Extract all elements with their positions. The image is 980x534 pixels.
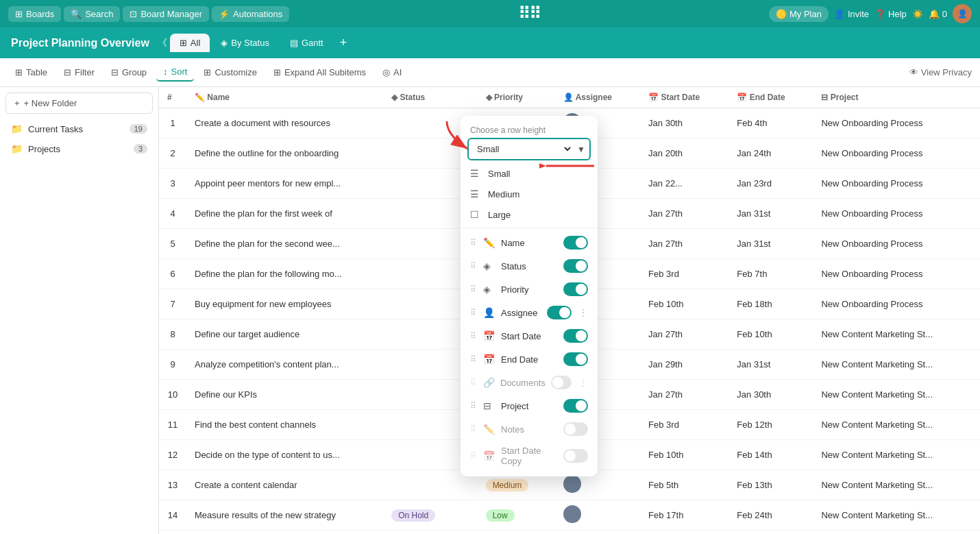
- col-project[interactable]: ⊟ Project: [813, 87, 980, 108]
- folder-icon-projects: 📁: [11, 143, 23, 154]
- row-num: 11: [159, 410, 186, 440]
- row-name: Define our target audience: [186, 319, 383, 350]
- row-end-date: Feb 4th: [728, 108, 813, 138]
- add-tab-button[interactable]: +: [334, 36, 353, 50]
- table-icon: ⊞: [15, 67, 23, 77]
- new-folder-button[interactable]: + + New Folder: [5, 93, 153, 114]
- new-folder-label: + New Folder: [24, 98, 77, 108]
- col-toggle-start-date[interactable]: ⠿ 📅 Start Date: [461, 324, 598, 348]
- sort-button[interactable]: ↕ Sort: [156, 63, 194, 82]
- drag-handle: ⠿: [470, 401, 476, 411]
- bell-icon: 🔔: [929, 9, 940, 19]
- large-label: Large: [488, 210, 588, 220]
- tab-all-label: All: [191, 38, 200, 48]
- assignee-toggle[interactable]: [547, 306, 572, 319]
- view-privacy-label: View Privacy: [921, 67, 972, 77]
- end-date-toggle[interactable]: [563, 352, 588, 366]
- row-start-date: Jan 27th: [640, 380, 728, 410]
- my-plan-button[interactable]: 🟡 My Plan: [769, 6, 829, 22]
- priority-toggle[interactable]: [563, 282, 588, 296]
- logo: ⠿⠿: [518, 4, 540, 23]
- name-toggle[interactable]: [563, 236, 588, 250]
- search-button[interactable]: 🔍 Search: [64, 6, 120, 22]
- boards-button[interactable]: ⊞ Boards: [8, 6, 61, 22]
- group-icon: ⊟: [111, 67, 119, 77]
- col-toggle-documents[interactable]: ⠿ 🔗 Documents ⋮: [461, 371, 598, 394]
- col-toggle-assignee[interactable]: ⠿ 👤 Assignee ⋮: [461, 301, 598, 324]
- customize-button[interactable]: ⊞ Customize: [197, 64, 263, 81]
- expand-button[interactable]: ⊞ Expand All Subitems: [267, 64, 373, 81]
- status-toggle[interactable]: [563, 259, 588, 273]
- project-toggle[interactable]: [563, 399, 588, 413]
- notification-count: 0: [942, 9, 947, 19]
- settings-icon: ☀️: [912, 9, 923, 19]
- group-button[interactable]: ⊟ Group: [104, 64, 154, 81]
- toolbar: ⊞ Table ⊟ Filter ⊟ Group ↕ Sort ⊞ Custom…: [0, 58, 980, 87]
- row-start-date: Feb 3rd: [640, 531, 728, 535]
- col-toggle-notes[interactable]: ⠿ ✏️ Notes: [461, 417, 598, 441]
- height-option-medium[interactable]: ☰ Medium: [461, 184, 598, 204]
- col-status[interactable]: ◈ Status: [383, 87, 478, 108]
- col-name[interactable]: ✏️ Name: [186, 87, 383, 108]
- row-project: New Content Marketing St...: [813, 380, 980, 410]
- current-tasks-count: 19: [130, 124, 147, 134]
- sidebar-item-projects[interactable]: 📁 Projects 3: [3, 139, 156, 158]
- col-toggle-project[interactable]: ⠿ ⊟ Project: [461, 394, 598, 417]
- plan-icon: 🟡: [776, 9, 787, 19]
- row-num: 13: [159, 470, 186, 500]
- row-end-date: Feb 7th: [728, 531, 813, 535]
- avatar[interactable]: 👤: [953, 4, 972, 23]
- notes-col-icon: ✏️: [483, 424, 495, 435]
- col-toggle-status[interactable]: ⠿ ◈ Status: [461, 254, 598, 278]
- start-date-toggle[interactable]: [563, 329, 588, 343]
- expand-label: Expand All Subitems: [284, 67, 366, 77]
- drag-handle: ⠿: [470, 354, 476, 364]
- notifications-button[interactable]: 🔔 0: [929, 9, 947, 19]
- col-toggle-priority[interactable]: ⠿ ◈ Priority: [461, 278, 598, 301]
- table-button[interactable]: ⊞ Table: [8, 64, 54, 81]
- settings-button[interactable]: ☀️: [912, 9, 923, 19]
- board-manager-button[interactable]: ⊡ Board Manager: [123, 6, 209, 22]
- row-project: New Content Marketing St...: [813, 500, 980, 531]
- col-priority[interactable]: ◈ Priority: [478, 87, 555, 108]
- top-nav: ⊞ Boards 🔍 Search ⊡ Board Manager ⚡ Auto…: [0, 0, 980, 27]
- row-project: New Onboarding Process: [813, 259, 980, 289]
- invite-button[interactable]: 👤 Invite: [834, 9, 869, 19]
- tabs-area: ⊞ All ◈ By Status ▤ Gantt +: [170, 34, 975, 52]
- height-option-large[interactable]: ☐ Large: [461, 204, 598, 225]
- table-row: 14 Measure results of the new strategy O…: [159, 500, 980, 531]
- col-toggle-start-date-copy[interactable]: ⠿ 📅 Start Date Copy: [461, 441, 598, 471]
- row-height-select[interactable]: Small Medium Large: [469, 139, 573, 159]
- help-icon: ❓: [874, 9, 885, 19]
- height-option-small[interactable]: ☰ Small: [461, 163, 598, 184]
- end-date-col-icon: 📅: [483, 354, 495, 365]
- col-start-date[interactable]: 📅 Start Date: [640, 87, 728, 108]
- row-num: 4: [159, 199, 186, 229]
- tab-gantt[interactable]: ▤ Gantt: [280, 34, 333, 52]
- row-start-date: Feb 3rd: [640, 259, 728, 289]
- row-num: 2: [159, 138, 186, 169]
- collapse-button[interactable]: 《: [155, 34, 170, 52]
- start-date-copy-toggle[interactable]: [563, 449, 588, 463]
- tab-by-status-label: By Status: [231, 38, 269, 48]
- col-toggle-end-date[interactable]: ⠿ 📅 End Date: [461, 348, 598, 371]
- row-num: 6: [159, 259, 186, 289]
- avatar: [563, 475, 581, 493]
- automations-button[interactable]: ⚡ Automations: [212, 6, 289, 22]
- documents-toggle[interactable]: [551, 376, 572, 389]
- col-toggle-name[interactable]: ⠿ ✏️ Name: [461, 231, 598, 254]
- boards-label: Boards: [26, 9, 54, 19]
- col-end-date[interactable]: 📅 End Date: [728, 87, 813, 108]
- dropdown-container: Choose a row height Small Medium Large ▼…: [461, 116, 598, 476]
- help-button[interactable]: ❓ Help: [874, 9, 907, 19]
- col-assignee[interactable]: 👤 Assignee: [555, 87, 640, 108]
- row-project: New Content Marketing St...: [813, 440, 980, 470]
- filter-button[interactable]: ⊟ Filter: [57, 64, 101, 81]
- sidebar-item-current-tasks[interactable]: 📁 Current Tasks 19: [3, 119, 156, 138]
- notes-toggle[interactable]: [563, 422, 588, 436]
- tab-all[interactable]: ⊞ All: [170, 34, 210, 52]
- view-privacy-button[interactable]: 👁 View Privacy: [909, 67, 972, 77]
- filter-label: Filter: [75, 67, 95, 77]
- tab-by-status[interactable]: ◈ By Status: [211, 34, 279, 52]
- ai-button[interactable]: ◎ AI: [376, 64, 408, 81]
